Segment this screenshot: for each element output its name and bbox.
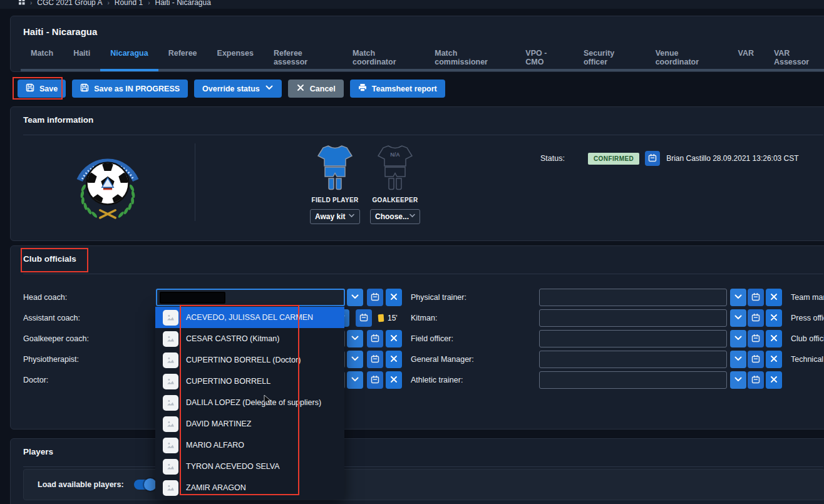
tab-var-assessor[interactable]: VAR Assessor bbox=[764, 44, 824, 71]
tab-match-coordinator[interactable]: Match coordinator bbox=[342, 44, 425, 71]
tab-venue-coordinator[interactable]: Venue coordinator bbox=[646, 44, 728, 71]
tab-match[interactable]: Match bbox=[21, 44, 63, 71]
dropdown-option[interactable]: CUPERTINO BORRELL (Doctor) bbox=[155, 349, 344, 371]
override-status-label: Override status bbox=[202, 85, 260, 93]
save-in-progress-label: Save as IN PROGRESS bbox=[94, 85, 180, 93]
head-coach-clear-button[interactable] bbox=[386, 289, 402, 306]
dropdown-option[interactable]: ZAMIR ARAGON bbox=[155, 477, 344, 498]
calendar-icon bbox=[751, 354, 760, 365]
athletic-trainer-select[interactable] bbox=[539, 371, 727, 389]
breadcrumb-item-match[interactable]: Haiti - Nicaragua bbox=[155, 0, 210, 7]
physiotherapist-open-button[interactable] bbox=[347, 351, 363, 368]
technical-staff-label: Technical s bbox=[791, 351, 824, 368]
load-available-players-toggle[interactable] bbox=[134, 480, 155, 490]
tab-referee-assessor[interactable]: Referee assessor bbox=[264, 44, 342, 71]
general-manager-select[interactable] bbox=[539, 351, 727, 368]
head-coach-open-button[interactable] bbox=[347, 289, 363, 306]
x-icon bbox=[389, 354, 398, 365]
status-history-button[interactable] bbox=[645, 151, 660, 166]
goalkeeper-coach-history-button[interactable] bbox=[367, 330, 383, 347]
tab-security-officer[interactable]: Security officer bbox=[574, 44, 646, 71]
status-badge: CONFIRMED bbox=[588, 153, 639, 165]
tab-match-commissioner[interactable]: Match commissioner bbox=[425, 44, 515, 71]
physiotherapist-clear-button[interactable] bbox=[386, 351, 402, 368]
athletic-trainer-history-button[interactable] bbox=[748, 371, 764, 389]
teamsheet-report-button[interactable]: Teamsheet report bbox=[350, 80, 445, 98]
doctor-open-button[interactable] bbox=[347, 371, 363, 389]
athletic-trainer-open-button[interactable] bbox=[730, 371, 746, 389]
tab-var[interactable]: VAR bbox=[728, 44, 763, 71]
calendar-icon bbox=[359, 313, 368, 324]
tab-referee[interactable]: Referee bbox=[158, 44, 207, 71]
physical-trainer-open-button[interactable] bbox=[730, 289, 746, 306]
save-in-progress-button[interactable]: Save as IN PROGRESS bbox=[72, 80, 188, 98]
physiotherapist-history-button[interactable] bbox=[367, 351, 383, 368]
chevron-down-icon bbox=[351, 334, 359, 344]
head-coach-history-button[interactable] bbox=[367, 289, 383, 306]
chevron-down-icon bbox=[348, 212, 355, 221]
floppy-icon bbox=[26, 83, 34, 94]
field-officer-history-button[interactable] bbox=[748, 330, 764, 347]
general-manager-history-button[interactable] bbox=[748, 351, 764, 368]
chevron-down-icon bbox=[409, 212, 416, 221]
general-manager-open-button[interactable] bbox=[730, 351, 746, 368]
dropdown-option-label: ZAMIR ARAGON bbox=[186, 483, 246, 492]
tab-vpo-cmo[interactable]: VPO - CMO bbox=[515, 44, 574, 71]
kitman-open-button[interactable] bbox=[730, 309, 746, 327]
breadcrumb-item-group[interactable]: CGC 2021 Group A bbox=[37, 0, 102, 7]
field-officer-open-button[interactable] bbox=[730, 330, 746, 347]
calendar-icon bbox=[371, 334, 379, 344]
physical-trainer-clear-button[interactable] bbox=[766, 289, 782, 306]
divider bbox=[23, 466, 823, 467]
grid-icon[interactable] bbox=[19, 0, 25, 7]
goalkeeper-kit-select[interactable]: Choose... bbox=[370, 209, 420, 224]
general-manager-clear-button[interactable] bbox=[766, 351, 782, 368]
physical-trainer-select[interactable] bbox=[539, 289, 727, 306]
dropdown-option[interactable]: TYRON ACEVEDO SELVA bbox=[155, 456, 344, 477]
kitman-clear-button[interactable] bbox=[766, 309, 782, 327]
tab-expenses[interactable]: Expenses bbox=[207, 44, 264, 71]
dropdown-option[interactable]: CUPERTINO BORRELL bbox=[155, 371, 344, 392]
goalkeeper-kit: N/A GOALKEEPER Choose... bbox=[369, 145, 421, 224]
x-icon bbox=[296, 83, 305, 94]
physical-trainer-history-button[interactable] bbox=[748, 289, 764, 306]
calendar-icon bbox=[648, 153, 657, 164]
breadcrumb-item-round[interactable]: Round 1 bbox=[115, 0, 143, 7]
save-button[interactable]: Save bbox=[18, 80, 66, 98]
field-player-kit-value: Away kit bbox=[315, 212, 345, 221]
assistant-coach-history-button[interactable] bbox=[356, 309, 372, 327]
dropdown-option[interactable]: CESAR CASTRO (Kitman) bbox=[155, 328, 344, 349]
calendar-icon bbox=[751, 292, 760, 303]
dropdown-option[interactable]: ACEVEDO, JULISSA DEL CARMEN bbox=[155, 307, 344, 328]
assistant-coach-booking: 15' bbox=[378, 309, 398, 327]
field-officer-clear-button[interactable] bbox=[766, 330, 782, 347]
image-placeholder-icon bbox=[163, 480, 178, 496]
chevron-down-icon bbox=[351, 354, 359, 365]
dropdown-option[interactable]: MARIO ALFARO bbox=[155, 435, 344, 456]
chevron-down-icon bbox=[734, 375, 743, 386]
override-status-button[interactable]: Override status bbox=[194, 80, 282, 98]
field-player-kit-select[interactable]: Away kit bbox=[310, 209, 360, 224]
kitman-history-button[interactable] bbox=[748, 309, 764, 327]
doctor-clear-button[interactable] bbox=[386, 371, 402, 389]
doctor-history-button[interactable] bbox=[367, 371, 383, 389]
tab-haiti[interactable]: Haiti bbox=[63, 44, 100, 71]
athletic-trainer-clear-button[interactable] bbox=[766, 371, 782, 389]
head-coach-dropdown: ACEVEDO, JULISSA DEL CARMEN CESAR CASTRO… bbox=[155, 307, 344, 500]
kitman-select[interactable] bbox=[539, 309, 727, 327]
dropdown-option[interactable]: DAVID MARTINEZ bbox=[155, 413, 344, 435]
cancel-button[interactable]: Cancel bbox=[288, 80, 344, 98]
goalkeeper-coach-clear-button[interactable] bbox=[386, 330, 402, 347]
goalkeeper-coach-open-button[interactable] bbox=[347, 330, 363, 347]
tab-nicaragua[interactable]: Nicaragua bbox=[100, 44, 158, 71]
field-officer-select[interactable] bbox=[539, 330, 727, 347]
image-placeholder-icon bbox=[163, 438, 178, 453]
head-coach-select[interactable] bbox=[156, 289, 345, 306]
toolbar: Save Save as IN PROGRESS Override status… bbox=[18, 80, 445, 98]
dropdown-option[interactable]: DALILA LOPEZ (Delegate of suppliers) bbox=[155, 392, 344, 413]
breadcrumb-separator: › bbox=[148, 0, 150, 6]
calendar-icon bbox=[371, 354, 379, 365]
calendar-icon bbox=[751, 334, 760, 344]
image-placeholder-icon bbox=[163, 352, 178, 368]
team-information-title: Team information bbox=[23, 115, 93, 125]
